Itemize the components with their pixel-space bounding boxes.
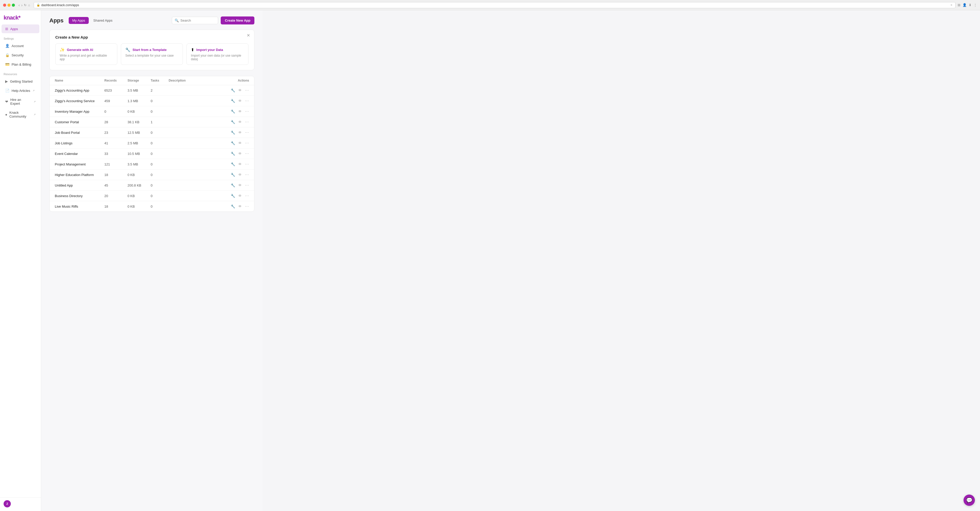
sidebar-item-plan-billing-label: Plan & Billing <box>11 62 31 66</box>
sidebar-item-account[interactable]: 👤 Account <box>2 41 39 50</box>
view-icon[interactable]: 👁 <box>238 194 242 198</box>
cell-storage: 0 KB <box>127 173 151 177</box>
view-icon[interactable]: 👁 <box>238 99 242 103</box>
sidebar-item-help-articles[interactable]: 📄 Help Articles ↗ <box>2 86 39 95</box>
cell-tasks: 0 <box>151 99 169 103</box>
download-icon[interactable]: ⬇ <box>969 3 972 7</box>
cell-storage: 0 KB <box>127 205 151 209</box>
wrench-icon[interactable]: 🔧 <box>231 194 235 198</box>
sidebar-item-security[interactable]: 🔒 Security <box>2 51 39 59</box>
maximize-window-button[interactable] <box>12 3 15 7</box>
view-icon[interactable]: 👁 <box>238 109 242 113</box>
view-icon[interactable]: 👁 <box>238 151 242 156</box>
cell-actions: 🔧 👁 ··· <box>218 183 249 188</box>
sidebar-item-hire-expert[interactable]: ❤ Hire an Expert ↗ <box>2 96 39 108</box>
cell-storage: 0 KB <box>127 110 151 113</box>
cell-records: 45 <box>105 183 127 187</box>
table-row: Event Calendar 33 10.5 MB 0 🔧 👁 ··· <box>49 148 254 159</box>
view-icon[interactable]: 👁 <box>238 173 242 177</box>
more-actions-button[interactable]: ··· <box>245 162 249 167</box>
minimize-window-button[interactable] <box>8 3 11 7</box>
create-option-ai[interactable]: ✨ Generate with AI Write a prompt and ge… <box>55 43 117 65</box>
import-icon: ⬆ <box>191 47 194 52</box>
create-options: ✨ Generate with AI Write a prompt and ge… <box>55 43 248 65</box>
view-icon[interactable]: 👁 <box>238 131 242 135</box>
wrench-icon[interactable]: 🔧 <box>231 99 235 103</box>
wrench-icon[interactable]: 🔧 <box>231 88 235 92</box>
cell-storage: 200.8 KB <box>127 183 151 187</box>
sidebar-item-account-label: Account <box>11 44 24 48</box>
view-icon[interactable]: 👁 <box>238 183 242 187</box>
sidebar-item-getting-started[interactable]: ▶ Getting Started <box>2 77 39 86</box>
sidebar-item-apps[interactable]: ⊞ Apps <box>2 24 39 33</box>
table-row: Business Directory 20 0 KB 0 🔧 👁 ··· <box>49 191 254 201</box>
apps-icon: ⊞ <box>5 27 8 31</box>
profile-icon[interactable]: 👤 <box>963 3 967 7</box>
back-button[interactable]: ‹ <box>19 3 20 7</box>
cell-app-name: Job Board Portal <box>55 131 105 135</box>
more-actions-button[interactable]: ··· <box>245 109 249 114</box>
wrench-icon[interactable]: 🔧 <box>231 131 235 135</box>
refresh-button[interactable]: ↻ <box>24 3 27 7</box>
tab-my-apps[interactable]: My Apps <box>69 17 89 24</box>
more-actions-button[interactable]: ··· <box>245 119 249 124</box>
forward-button[interactable]: › <box>21 3 22 7</box>
view-icon[interactable]: 👁 <box>238 162 242 166</box>
avatar: Z <box>3 500 11 508</box>
tab-shared-apps[interactable]: Shared Apps <box>90 17 116 24</box>
url-text: dashboard.knack.com/apps <box>41 3 79 7</box>
search-input[interactable] <box>180 19 215 22</box>
cell-records: 41 <box>105 141 127 145</box>
table-row: Project Management 121 3.5 MB 0 🔧 👁 ··· <box>49 159 254 170</box>
wrench-icon[interactable]: 🔧 <box>231 141 235 145</box>
sidebar-item-knack-community[interactable]: ● Knack Community ↗ <box>2 108 39 121</box>
more-actions-button[interactable]: ··· <box>245 99 249 103</box>
wrench-icon[interactable]: 🔧 <box>231 162 235 166</box>
create-option-import[interactable]: ⬆ Import your Data Import your own data … <box>186 43 248 65</box>
more-actions-button[interactable]: ··· <box>245 204 249 209</box>
cell-tasks: 0 <box>151 141 169 145</box>
wrench-icon[interactable]: 🔧 <box>231 173 235 177</box>
view-icon[interactable]: 👁 <box>238 141 242 145</box>
close-window-button[interactable] <box>3 3 6 7</box>
more-actions-button[interactable]: ··· <box>245 194 249 198</box>
content-area: knack* ⊞ Apps Settings 👤 Account 🔒 Secur… <box>0 10 262 511</box>
sidebar-item-plan-billing[interactable]: 💳 Plan & Billing <box>2 60 39 69</box>
cell-app-name: Higher Education Platform <box>55 173 105 177</box>
sidebar-item-security-label: Security <box>11 53 24 57</box>
extensions-icon[interactable]: ⊞ <box>958 3 961 7</box>
more-actions-button[interactable]: ··· <box>245 172 249 177</box>
search-box[interactable]: 🔍 <box>172 17 218 24</box>
view-icon[interactable]: 👁 <box>238 204 242 209</box>
cell-tasks: 0 <box>151 131 169 135</box>
user-avatar-area[interactable]: Z <box>3 500 37 508</box>
view-icon[interactable]: 👁 <box>238 88 242 92</box>
close-create-card-button[interactable]: ✕ <box>247 33 250 38</box>
more-actions-button[interactable]: ··· <box>245 151 249 156</box>
logo[interactable]: knack* <box>0 10 41 24</box>
wrench-icon[interactable]: 🔧 <box>231 120 235 124</box>
cell-actions: 🔧 👁 ··· <box>218 88 249 92</box>
page-header-left: Apps My Apps Shared Apps <box>49 17 116 24</box>
wrench-icon[interactable]: 🔧 <box>231 151 235 156</box>
col-records: Records <box>105 79 127 82</box>
wrench-icon[interactable]: 🔧 <box>231 183 235 187</box>
view-icon[interactable]: 👁 <box>238 120 242 124</box>
more-actions-button[interactable]: ··· <box>245 88 249 92</box>
home-button[interactable]: ⌂ <box>28 3 30 7</box>
chat-bubble[interactable]: 💬 <box>964 495 975 506</box>
create-new-app-button[interactable]: Create New App <box>221 16 255 24</box>
more-actions-button[interactable]: ··· <box>245 183 249 188</box>
create-option-template[interactable]: 🔧 Start from a Template Select a templat… <box>121 43 183 65</box>
table-row: Ziggy's Accounting Service 459 1.3 MB 0 … <box>49 96 254 106</box>
more-actions-button[interactable]: ··· <box>245 141 249 145</box>
wrench-icon[interactable]: 🔧 <box>231 204 235 209</box>
menu-icon[interactable]: ⋮ <box>974 3 977 7</box>
address-bar[interactable]: 🔒 dashboard.knack.com/apps ★ <box>34 2 956 8</box>
wrench-icon[interactable]: 🔧 <box>231 109 235 113</box>
ai-icon: ✨ <box>60 47 65 52</box>
cell-tasks: 0 <box>151 183 169 187</box>
cell-records: 33 <box>105 152 127 156</box>
more-actions-button[interactable]: ··· <box>245 130 249 135</box>
cell-storage: 1.3 MB <box>127 99 151 103</box>
